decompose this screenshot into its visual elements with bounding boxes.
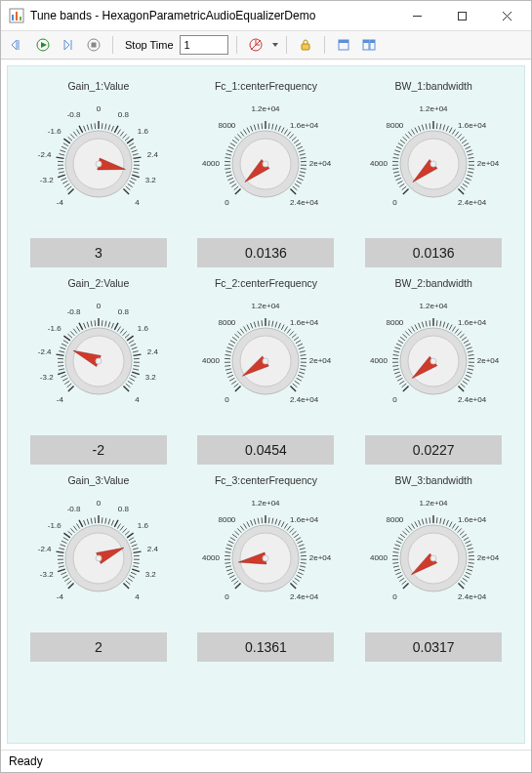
svg-line-422 [63,533,69,538]
svg-point-92 [96,161,102,167]
knob-readout[interactable]: 0.0227 [365,435,502,465]
knob-dial[interactable]: 0400080001.2e+041.6e+042e+042.4e+04 [197,295,334,416]
svg-line-30 [62,181,67,183]
svg-line-319 [296,341,301,344]
knob-dial[interactable]: -4-3.2-2.4-1.6-0.800.81.62.43.24 [30,295,167,416]
svg-line-556 [419,520,421,526]
svg-line-391 [466,375,471,377]
svg-line-559 [430,517,430,523]
close-button[interactable] [484,2,529,29]
highlight-button[interactable] [333,34,354,56]
svg-text:2.4: 2.4 [147,545,159,553]
svg-line-417 [56,551,63,552]
pacing-dropdown-icon[interactable] [272,43,278,47]
svg-text:4000: 4000 [370,356,388,365]
svg-point-406 [430,358,436,364]
svg-text:-0.8: -0.8 [67,110,81,119]
svg-text:0: 0 [97,499,102,508]
svg-line-198 [469,169,474,170]
svg-line-331 [295,381,300,384]
svg-line-109 [235,137,240,141]
svg-text:1.6: 1.6 [138,521,149,530]
knob-grid: Gain_1:Value -4-3.2-2.4-1.6-0.800.81.62.… [23,80,509,662]
svg-line-239 [87,322,89,328]
svg-line-250 [122,331,126,335]
svg-line-159 [396,178,402,180]
svg-text:-1.6: -1.6 [48,521,61,530]
svg-line-266 [126,384,131,387]
svg-text:2e+04: 2e+04 [309,159,332,168]
knob-readout[interactable]: 0.0136 [197,238,334,267]
knob-cell: Fc_3:centerFrequency 0400080001.2e+041.6… [191,474,342,662]
knob-dial[interactable]: 0400080001.2e+041.6e+042e+042.4e+04 [365,98,502,219]
svg-line-218 [66,384,71,387]
knob-dial[interactable]: 0400080001.2e+041.6e+042e+042.4e+04 [365,492,502,613]
svg-line-245 [108,322,110,328]
svg-line-348 [397,378,402,381]
svg-line-50 [91,124,92,130]
svg-line-58 [117,130,120,135]
knob-readout[interactable]: -2 [30,435,167,465]
svg-line-345 [403,386,409,391]
svg-point-216 [430,161,436,167]
knob-readout[interactable]: 2 [30,632,167,662]
knob-readout[interactable]: 0.1361 [197,632,334,662]
window-title: Tune bands - HexagonParametricAudioEqual… [30,9,394,22]
knob-dial[interactable]: 0400080001.2e+041.6e+042e+042.4e+04 [197,492,334,613]
app-window: Tune bands - HexagonParametricAudioEqual… [0,0,532,773]
pacing-button[interactable] [245,34,266,56]
svg-line-172 [405,134,409,138]
stop-time-input[interactable] [180,35,228,55]
minimize-button[interactable] [394,2,439,29]
knob-readout[interactable]: 3 [30,238,167,267]
svg-line-251 [125,334,130,338]
svg-line-295 [227,347,233,349]
svg-line-95 [232,183,237,186]
svg-line-51 [95,123,96,129]
svg-line-389 [468,369,473,370]
knob-dial[interactable]: -4-3.2-2.4-1.6-0.800.81.62.43.24 [30,98,167,219]
knob-readout[interactable]: 0.0317 [365,632,502,662]
svg-line-93 [235,188,241,194]
knob-dial[interactable]: 0400080001.2e+041.6e+042e+042.4e+04 [197,98,334,219]
svg-line-537 [399,578,404,581]
svg-line-431 [95,517,96,523]
knob-readout[interactable]: 0.0454 [197,435,334,465]
svg-line-203 [463,183,468,186]
svg-text:0: 0 [392,395,397,404]
svg-text:1.6e+04: 1.6e+04 [291,121,320,130]
knob-readout[interactable]: 0.0136 [365,238,502,267]
knob-dial[interactable]: 0400080001.2e+041.6e+042e+042.4e+04 [365,295,502,416]
svg-line-229 [60,347,65,349]
svg-line-111 [241,132,245,137]
play-button[interactable] [32,34,54,56]
layout-button[interactable] [358,34,380,56]
svg-line-545 [393,551,399,552]
step-back-button[interactable] [7,34,28,56]
svg-line-100 [225,169,231,170]
svg-text:1.2e+04: 1.2e+04 [420,104,449,113]
maximize-button[interactable] [439,2,484,29]
toolbar-separator [236,36,237,54]
svg-line-582 [465,575,470,578]
svg-line-489 [235,531,240,535]
knob-dial[interactable]: -4-3.2-2.4-1.6-0.800.81.62.43.24 [30,492,167,613]
svg-line-573 [467,545,472,547]
svg-line-516 [301,563,307,564]
svg-line-382 [466,344,471,346]
svg-line-457 [123,583,129,589]
knob-cell: Gain_2:Value -4-3.2-2.4-1.6-0.800.81.62.… [23,277,174,465]
knob-label: Fc_3:centerFrequency [215,474,317,486]
stop-button[interactable] [83,34,104,56]
svg-line-66 [133,154,139,155]
svg-line-535 [403,583,409,589]
svg-line-493 [247,522,250,527]
step-forward-button[interactable] [58,34,79,56]
svg-line-444 [130,541,135,544]
svg-line-321 [299,347,305,349]
lock-button[interactable] [295,34,316,56]
svg-line-46 [76,130,79,135]
svg-line-47 [79,126,83,133]
svg-line-124 [285,130,288,135]
svg-line-574 [468,549,473,549]
